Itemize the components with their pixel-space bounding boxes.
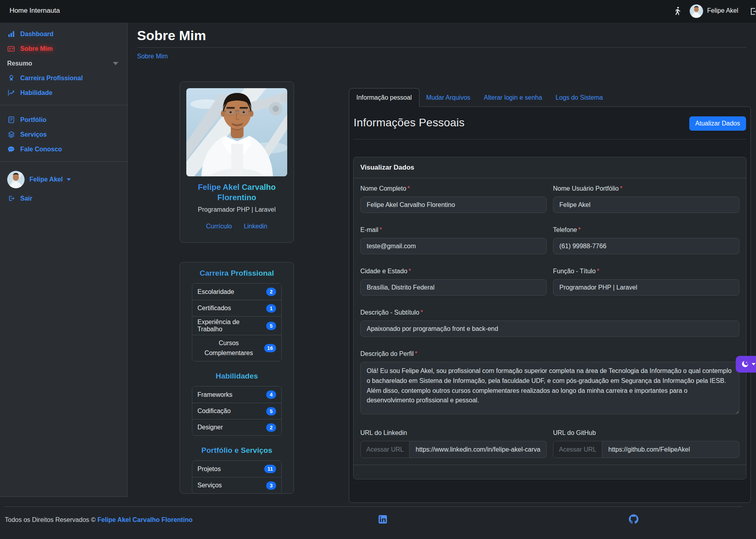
list-item-label: Serviços — [197, 482, 264, 489]
count-badge: 11 — [264, 465, 276, 473]
list-item-label: Frameworks — [197, 391, 264, 398]
sidebar-item-label: Dashboard — [20, 31, 54, 38]
github-url-input[interactable] — [602, 441, 739, 458]
list-item-label: Codificação — [197, 408, 264, 415]
career-list: Escolaridade 2 Certificados 1 Experiênci… — [192, 283, 282, 361]
tabs: Informação pessoal Mudar Arquivos Altera… — [349, 88, 610, 107]
career-heading: Carreira Profissional — [180, 269, 294, 278]
sidebar-item-portfolio[interactable]: Portfólio — [0, 112, 127, 127]
count-badge: 2 — [266, 423, 276, 432]
linkedin-link[interactable]: Linkedin — [244, 223, 268, 230]
sidebar-item-label: Serviços — [20, 131, 47, 138]
topbar-username[interactable]: Felipe Akel — [707, 7, 738, 14]
sidebar-item-servicos[interactable]: Serviços — [0, 127, 127, 142]
page-title: Sobre Mim — [137, 28, 206, 43]
descricao-subtitulo-input[interactable] — [360, 321, 739, 337]
avatar[interactable] — [690, 4, 703, 18]
funcao-titulo-input[interactable] — [553, 279, 739, 296]
list-item[interactable]: Cursos Complementares 16 — [192, 335, 281, 361]
list-item-label: Designer — [197, 424, 264, 431]
sidebar-section-main: Dashboard Sobre Mim Resumo Carreira Prof… — [0, 23, 127, 105]
list-item[interactable]: Experiência de Trabalho 5 — [192, 316, 281, 335]
update-button[interactable]: Atualizar Dados — [689, 116, 746, 131]
sidebar-item-label: Resumo — [7, 60, 32, 67]
sidebar-item-label: Portfólio — [20, 116, 46, 124]
cidade-estado-input[interactable] — [360, 279, 547, 296]
sidebar-item-habilidade[interactable]: Habilidade — [0, 85, 127, 100]
avatar — [7, 171, 25, 188]
award-icon — [7, 74, 15, 82]
email-input[interactable] — [360, 238, 547, 254]
sidebar-section-user: Felipe Akel Sair — [0, 162, 127, 211]
chevron-down-icon — [752, 363, 756, 365]
nome-usuario-input[interactable] — [553, 197, 739, 213]
chat-dots-icon — [7, 145, 15, 153]
sidebar-item-fale-conosco[interactable]: Fale Conosco — [0, 142, 127, 156]
form-card-title: Visualizar Dados — [354, 157, 746, 178]
main-content: Sobre Mim Sobre Mim — [128, 23, 756, 503]
field-label: Descrição do Perfil* — [360, 350, 739, 359]
field-label: E-mail* — [360, 226, 547, 235]
tab-logs[interactable]: Logs do Sistema — [549, 88, 610, 107]
list-item[interactable]: Escolaridade 2 — [192, 284, 281, 300]
form-card: Visualizar Dados Nome Completo* Nome Usu… — [353, 157, 746, 479]
breadcrumb[interactable]: Sobre Mim — [137, 53, 168, 60]
sidebar-item-label: Sair — [20, 195, 32, 202]
tab-alterar-login[interactable]: Alterar login e senha — [477, 88, 549, 107]
form-card-footer — [354, 465, 746, 479]
portfolio-heading: Portfólio e Serviços — [180, 446, 294, 455]
list-item[interactable]: Designer 2 — [192, 419, 281, 435]
field-label: Descrição - Subtítulo* — [360, 309, 739, 318]
sidebar-user-menu[interactable]: Felipe Akel — [0, 168, 127, 191]
count-badge: 4 — [266, 390, 276, 399]
telefone-input[interactable] — [553, 238, 739, 254]
acessar-url-button[interactable]: Acessar URL — [553, 441, 602, 458]
chevron-down-icon — [67, 178, 71, 181]
bar-chart-icon — [7, 30, 15, 38]
count-badge: 2 — [266, 288, 276, 296]
profile-role: Programador PHP | Laravel — [186, 206, 287, 213]
list-item[interactable]: Codificação 5 — [192, 403, 281, 419]
sidebar-item-sobre-mim[interactable]: Sobre Mim — [0, 41, 127, 56]
list-item[interactable]: Projetos 11 — [192, 461, 281, 477]
moon-stars-icon — [741, 360, 749, 368]
field-label: Nome Completo* — [360, 185, 547, 194]
logout-icon[interactable] — [748, 6, 756, 16]
dark-mode-toggle[interactable] — [736, 356, 756, 373]
person-vcard-icon — [7, 45, 15, 53]
divider — [137, 47, 747, 48]
curriculo-link[interactable]: Currículo — [206, 223, 232, 230]
nome-completo-input[interactable] — [360, 197, 547, 213]
field-label: Telefone* — [553, 226, 739, 235]
field-label: Cidade e Estado* — [360, 268, 547, 276]
tab-informacao-pessoal[interactable]: Informação pessoal — [349, 88, 420, 107]
list-item[interactable]: Serviços 3 — [192, 477, 281, 493]
linkedin-icon[interactable] — [379, 515, 387, 524]
sidebar-section-pages: Portfólio Serviços Fale Conosco — [0, 105, 127, 162]
list-item[interactable]: Certificados 1 — [192, 300, 281, 316]
section-title: Informações Pessoais — [354, 116, 464, 129]
descricao-perfil-textarea[interactable]: Olá! Eu sou Felipe Akel, sou profissiona… — [360, 362, 739, 414]
github-icon[interactable] — [629, 514, 638, 524]
count-badge: 3 — [266, 481, 276, 490]
sidebar-item-resumo[interactable]: Resumo — [0, 56, 127, 71]
acessar-url-button[interactable]: Acessar URL — [360, 441, 410, 458]
accessibility-icon[interactable] — [673, 6, 682, 16]
linkedin-url-input[interactable] — [410, 441, 547, 458]
list-item[interactable]: Frameworks 4 — [192, 386, 281, 403]
footer-author[interactable]: Felipe Akel Carvalho Florentino — [97, 516, 192, 523]
sidebar: Dashboard Sobre Mim Resumo Carreira Prof… — [0, 23, 128, 497]
count-badge: 1 — [266, 304, 276, 313]
list-item-label: Certificados — [197, 305, 264, 312]
sidebar-username: Felipe Akel — [29, 176, 63, 183]
tab-mudar-arquivos[interactable]: Mudar Arquivos — [420, 88, 477, 107]
sidebar-item-carreira-profissional[interactable]: Carreira Profissional — [0, 71, 127, 85]
chevron-down-icon — [113, 62, 118, 65]
list-item-label: Experiência de Trabalho — [197, 319, 264, 333]
box-arrow-right-icon — [7, 195, 15, 203]
sidebar-item-sair[interactable]: Sair — [0, 191, 127, 206]
sidebar-item-dashboard[interactable]: Dashboard — [0, 27, 127, 41]
count-badge: 5 — [266, 407, 276, 415]
divider — [4, 506, 742, 507]
field-label: Nome Usuário Portfólio* — [553, 185, 739, 194]
